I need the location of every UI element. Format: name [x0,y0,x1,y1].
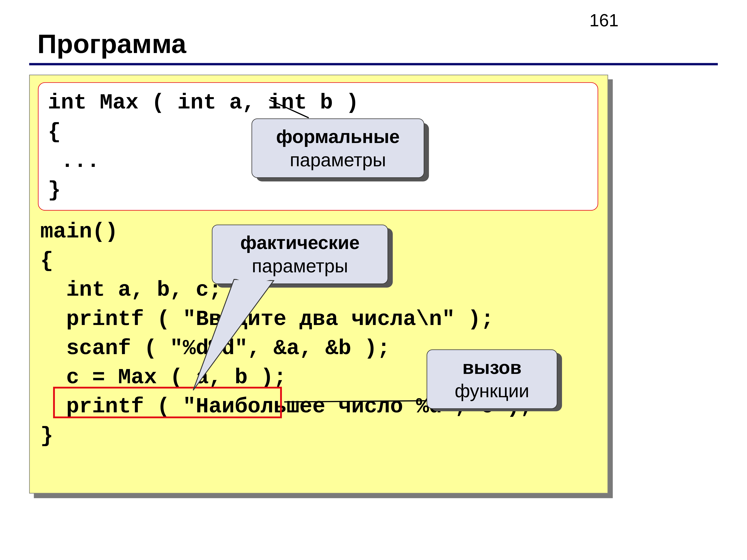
title-rule [29,63,718,65]
main-l5: scanf ( "%d%d", &a, &b ); [40,336,390,360]
formal-callout-normal: параметры [290,149,386,170]
main-l3: int a, b, c; [40,277,222,302]
code-panel: int Max ( int a, int b ) { ... } main() … [29,75,608,494]
main-l1: main() [40,219,118,244]
formal-callout-strong: формальные [263,125,413,148]
call-function-callout: вызов функции [427,349,557,409]
actual-params-callout: фактические параметры [212,224,388,284]
main-l4: printf ( "Введите два числа\n" ); [40,307,494,331]
main-l8: } [40,423,53,448]
formal-params-callout: формальные параметры [252,118,424,178]
slide-title: Программа [37,28,186,59]
call-highlight-box [53,387,282,418]
fn-line-1: int Max ( int a, int b ) [48,89,588,118]
main-l2: { [40,248,53,273]
actual-callout-strong: фактические [223,231,377,255]
page-number: 161 [589,10,619,30]
actual-callout-normal: параметры [252,256,348,277]
call-callout-normal: функции [455,380,529,402]
main-l6: c = Max ( a, b ); [40,365,286,390]
call-callout-strong: вызов [438,356,546,379]
